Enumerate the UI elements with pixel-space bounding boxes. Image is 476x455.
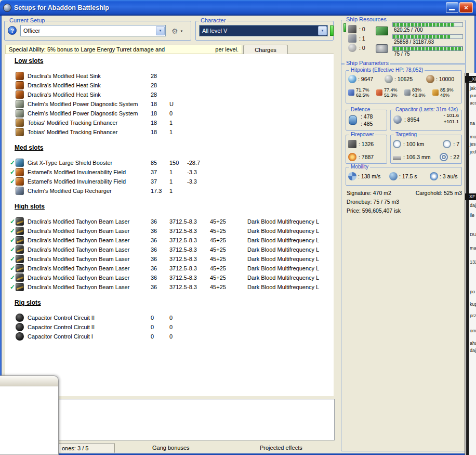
hardpoint-row: : 0 [348, 24, 365, 34]
firepower-group: Firepower : 1326: 7887 [346, 135, 387, 164]
minimize-button[interactable] [446, 2, 458, 13]
module-name: Draclira's Modified Tachyon Beam Laser [25, 237, 151, 243]
background-text-fragment: pur [470, 93, 476, 99]
character-select[interactable]: All level V ▼ [199, 25, 328, 36]
background-text-fragment: na [470, 121, 475, 126]
module-row[interactable]: ✓Draclira's Modified Tachyon Beam Laser3… [9, 273, 334, 282]
module-val3: -8.3 [187, 228, 210, 234]
chevron-down-icon[interactable]: ▼ [156, 26, 165, 35]
module-val4: 45+25 [210, 275, 247, 281]
help-glyph: ? [10, 28, 14, 34]
hitpoint-value: : 10000 [436, 76, 454, 82]
special-ability-text: Special Ability: 5% bonus to Large Energ… [9, 46, 165, 53]
fitting-list: Low slotsDraclira's Modified Heat Sink28… [5, 54, 334, 396]
module-val2: 1 [169, 129, 187, 135]
resist-top: 77.4% [384, 87, 398, 93]
background-text-fragment: aha [470, 341, 476, 346]
check-icon: ✓ [9, 178, 16, 185]
module-row[interactable]: Draclira's Modified Heat Sink28 [9, 71, 334, 81]
module-row[interactable]: ✓Estamel's Modified Invulnerability Fiel… [9, 167, 334, 177]
hardpoint-value: : 0 [359, 26, 365, 32]
capacitor-in: +101.1 [444, 119, 459, 125]
current-setup-group: Current Setup ? Officer ▼ ⚙ ▼ [4, 21, 191, 41]
tools-button[interactable]: ⚙ ▼ [170, 25, 190, 36]
max-targets-icon [443, 140, 451, 148]
mobility-value: : 3 au/s [440, 173, 457, 179]
module-row[interactable]: ✓Estamel's Modified Invulnerability Fiel… [9, 177, 334, 186]
module-row[interactable]: Chelm's Modified Cap Recharger17.31 [9, 186, 334, 196]
module-row[interactable]: ✓Draclira's Modified Tachyon Beam Laser3… [9, 254, 334, 264]
firepower-value: : 1326 [359, 141, 374, 147]
background-text-fragment: mo [470, 134, 476, 140]
module-row[interactable]: ✓Draclira's Modified Tachyon Beam Laser3… [9, 226, 334, 236]
module-val2: 3712.5 [169, 265, 187, 271]
module-row[interactable]: Chelm's Modified Power Diagnostic System… [9, 99, 334, 109]
signature-line: Signature: 470 m2 Cargohold: 525 m3 [347, 190, 462, 196]
background-text-fragment: 132 [470, 259, 476, 265]
help-icon[interactable]: ? [8, 26, 17, 35]
module-cpu: 37 [151, 178, 169, 185]
rig-icon [16, 332, 24, 341]
kinetic-resist-icon [404, 89, 411, 96]
background-window-edge [466, 73, 469, 455]
resist-bottom: 40% [440, 93, 454, 98]
rig-icon [16, 314, 24, 322]
bottom-tab-2[interactable]: Projected effects [260, 443, 302, 453]
module-val4: 45+25 [210, 218, 247, 225]
module-row[interactable]: Tobias' Modified Tracking Enhancer181 [9, 127, 334, 137]
mobility-label: Mobility [349, 164, 370, 170]
module-row[interactable]: ✓Draclira's Modified Tachyon Beam Laser3… [9, 282, 334, 292]
bottom-tab-1[interactable]: Gang bonuses [152, 443, 190, 453]
current-setup-label: Current Setup [8, 17, 46, 23]
module-val4: 45+25 [210, 265, 247, 271]
module-val2: 0 [169, 110, 187, 116]
check-icon: ✓ [9, 168, 16, 176]
warp-speed-icon [430, 172, 438, 180]
cpu-bar-value: 620.25 / 700 [392, 27, 463, 33]
module-cpu: 36 [151, 284, 169, 290]
module-cpu: 18 [151, 110, 169, 116]
module-row[interactable]: ✓Draclira's Modified Tachyon Beam Laser3… [9, 217, 334, 226]
module-row[interactable]: ✓Draclira's Modified Tachyon Beam Laser3… [9, 245, 334, 254]
module-row[interactable]: ✓Draclira's Modified Tachyon Beam Laser3… [9, 264, 334, 273]
tab-charges[interactable]: Charges [243, 45, 288, 54]
hitpoints-group: Hitpoints (Effective HP: 78,052) : 9647:… [346, 70, 462, 103]
close-button[interactable]: × [459, 2, 473, 13]
module-row[interactable]: Draclira's Modified Heat Sink28 [9, 90, 334, 99]
heatsink-icon [16, 81, 24, 89]
calibration-bar-value: 75 / 75 [392, 51, 463, 57]
module-row[interactable]: Capacitor Control Circuit II00 [9, 313, 334, 322]
module-val2: 3712.5 [169, 228, 187, 234]
laser-icon [16, 236, 24, 244]
module-row[interactable]: ✓Gist X-Type Large Shield Booster85150-2… [9, 158, 334, 167]
check-icon: ✓ [9, 255, 16, 263]
titlebar[interactable]: Setups for Abaddon Battleship × [0, 0, 476, 16]
module-val2: 1 [169, 120, 187, 126]
module-row[interactable]: Draclira's Modified Heat Sink28 [9, 81, 334, 90]
module-name: Draclira's Modified Tachyon Beam Laser [25, 228, 151, 234]
module-cpu: 36 [151, 237, 169, 243]
resist-values: 71.7%62.5% [356, 87, 369, 98]
charge-name: Dark Blood Multifrequency L [247, 237, 334, 243]
cpu-icon [376, 27, 388, 35]
module-val4: 45+25 [210, 284, 247, 290]
powergrid-bar-fill [393, 35, 451, 38]
mobility-value: : 138 m/s [358, 173, 380, 179]
charge-name: Dark Blood Multifrequency L [247, 284, 334, 290]
module-row[interactable]: ✓Draclira's Modified Tachyon Beam Laser3… [9, 236, 334, 245]
defence-value-bottom: : 485 [361, 120, 373, 127]
module-row[interactable]: Chelm's Modified Power Diagnostic System… [9, 109, 334, 118]
character-label: Character [199, 17, 227, 23]
cpu-bar [392, 22, 463, 27]
overlapping-window-header [0, 376, 58, 386]
chevron-down-icon[interactable]: ▼ [318, 26, 327, 35]
module-row[interactable]: Tobias' Modified Tracking Enhancer181 [9, 118, 334, 127]
module-row[interactable]: Capacitor Control Circuit II00 [9, 322, 334, 332]
mobility-value: : 17.5 s [399, 173, 417, 179]
bottom-tab-0[interactable]: ones: 3 / 5 [59, 443, 115, 453]
firepower-label: Firepower [349, 132, 375, 137]
dronebay-value: Dronebay: 75 / 75 m3 [347, 199, 462, 205]
align-time-icon [389, 172, 398, 180]
setup-select[interactable]: Officer ▼ [20, 25, 166, 36]
module-row[interactable]: Capacitor Control Circuit I00 [9, 332, 334, 341]
